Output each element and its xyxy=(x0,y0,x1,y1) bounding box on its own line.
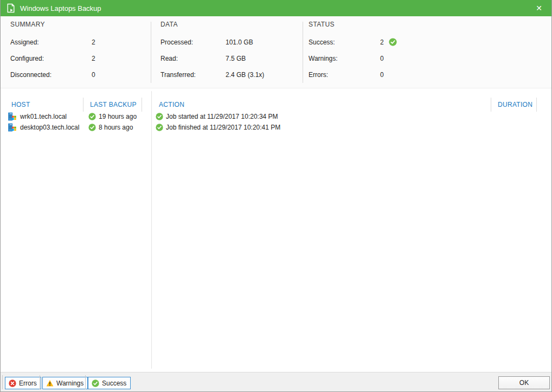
action-text: Job finished at 11/29/2017 10:20:41 PM xyxy=(166,123,280,132)
status-section-header: STATUS xyxy=(309,21,335,28)
success-icon xyxy=(88,124,96,131)
toolbar-separator xyxy=(85,375,86,389)
data-value: 2.4 GB (3.1x) xyxy=(226,70,264,79)
data-label: Processed: xyxy=(161,38,193,47)
success-icon xyxy=(156,124,163,131)
data-value: 7.5 GB xyxy=(226,54,246,63)
success-icon xyxy=(389,38,397,46)
host-row[interactable]: desktop03.tech.local 8 hours ago xyxy=(1,122,151,133)
action-column-header[interactable]: ACTION xyxy=(159,101,184,108)
success-icon xyxy=(88,113,96,120)
data-section-header: DATA xyxy=(161,21,178,28)
column-separator xyxy=(491,98,491,112)
summary-value: 2 xyxy=(92,38,95,47)
titlebar: Windows Laptops Backup ✕ xyxy=(0,0,552,16)
duration-column-header[interactable]: DURATION xyxy=(498,101,532,108)
data-label: Transferred: xyxy=(161,70,196,79)
job-statistics-window: Windows Laptops Backup ✕ SUMMARY Assigne… xyxy=(0,0,552,392)
filter-label: Errors xyxy=(19,380,37,387)
filter-label: Success xyxy=(102,380,126,387)
summary-label: Assigned: xyxy=(10,38,39,47)
status-label: Errors: xyxy=(309,70,328,79)
host-row[interactable]: wrk01.tech.local 19 hours ago xyxy=(1,111,151,122)
host-name: wrk01.tech.local xyxy=(20,112,67,121)
action-text: Job started at 11/29/2017 10:20:34 PM xyxy=(166,112,278,121)
summary-divider-1 xyxy=(151,22,151,83)
summary-label: Disconnected: xyxy=(10,70,52,79)
workstation-icon xyxy=(8,123,16,132)
toolbar-separator xyxy=(2,375,3,389)
ok-button[interactable]: OK xyxy=(498,376,550,389)
action-row[interactable]: Job started at 11/29/2017 10:20:34 PM xyxy=(152,111,550,122)
column-separator xyxy=(83,98,84,112)
last-backup-time: 8 hours ago xyxy=(99,123,133,132)
warnings-filter-button[interactable]: Warnings xyxy=(42,377,88,389)
success-icon xyxy=(156,113,163,120)
last-backup-column-header[interactable]: LAST BACKUP xyxy=(90,101,137,108)
details-panel: HOST LAST BACKUP ACTION DURATION wrk01.t… xyxy=(1,88,551,372)
status-label: Success: xyxy=(309,38,335,47)
column-separator xyxy=(536,98,537,112)
status-label: Warnings: xyxy=(309,54,338,63)
data-label: Read: xyxy=(161,54,178,63)
status-value: 0 xyxy=(380,70,384,79)
workstation-icon xyxy=(8,112,16,121)
error-icon xyxy=(9,380,16,387)
window-title: Windows Laptops Backup xyxy=(20,4,101,12)
summary-panel: SUMMARY Assigned: 2 Configured: 2 Discon… xyxy=(1,16,551,88)
errors-filter-button[interactable]: Errors xyxy=(5,377,41,389)
filter-label: Warnings xyxy=(56,380,84,387)
action-row[interactable]: Job finished at 11/29/2017 10:20:41 PM xyxy=(152,122,550,133)
backup-job-icon xyxy=(6,3,16,13)
close-icon[interactable]: ✕ xyxy=(530,0,548,16)
warning-icon xyxy=(46,380,54,387)
summary-value: 0 xyxy=(92,70,95,79)
last-backup-time: 19 hours ago xyxy=(99,112,137,121)
success-icon xyxy=(92,380,99,387)
status-value: 0 xyxy=(380,54,384,63)
toolbar-separator xyxy=(40,375,40,389)
status-value: 2 xyxy=(380,38,384,47)
column-separator xyxy=(142,98,142,112)
summary-value: 2 xyxy=(92,54,95,63)
summary-label: Configured: xyxy=(10,54,44,63)
host-column-header[interactable]: HOST xyxy=(11,101,30,108)
host-name: desktop03.tech.local xyxy=(20,123,79,132)
data-value: 101.0 GB xyxy=(226,38,253,47)
summary-divider-2 xyxy=(303,22,303,83)
success-filter-button[interactable]: Success xyxy=(88,377,131,389)
summary-section-header: SUMMARY xyxy=(10,21,45,28)
footer-bar: Errors Warnings Success OK xyxy=(1,372,551,391)
